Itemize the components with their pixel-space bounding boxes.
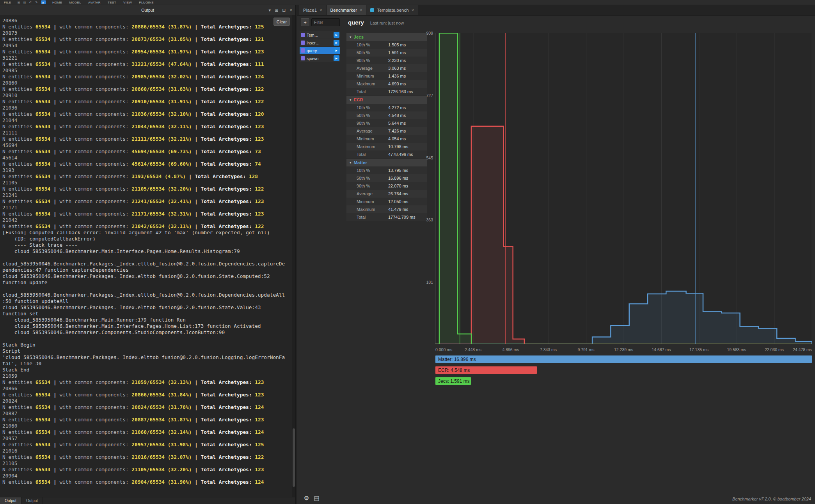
stat-label: Minimum (357, 199, 374, 204)
output-dock-tab[interactable]: Output (0, 497, 21, 504)
benchmark-title: query (348, 19, 364, 26)
add-benchmark-button[interactable]: + (301, 18, 309, 26)
log-line: (ID: computedCallbackError) (2, 236, 292, 242)
menu-bar: FILE ⊞ ⊡ ↶ ↷ ▶ HOMEMODELAVATARTESTVIEWPL… (0, 0, 815, 5)
legend-label: ECR: 4.548 ms (435, 368, 470, 373)
x-axis-label: 7.343 ms (533, 347, 564, 352)
log-line: Stack End (2, 367, 292, 373)
stat-row: Average26.764 ms (346, 190, 427, 198)
x-axis-label: 2.448 ms (458, 347, 489, 352)
stat-value: 4.690 ms (388, 81, 406, 86)
stat-row: 10th %1.505 ms (346, 41, 427, 49)
output-log[interactable]: 20886N entities 65534 | with common comp… (0, 15, 292, 497)
log-line: 21241 (2, 192, 292, 198)
log-line: cloud_5853950046.Benchmarker.Main.Interf… (2, 323, 292, 329)
benchmark-header: query Last run: just now (348, 19, 404, 26)
stat-value: 10.798 ms (388, 144, 408, 149)
log-line: 20860 (2, 80, 292, 86)
x-axis-label: 12.239 ms (608, 347, 639, 352)
log-line: N entities 65534 | with common component… (2, 149, 292, 155)
scrollbar-thumb[interactable] (293, 428, 295, 487)
play-icon[interactable]: ▶ (41, 0, 46, 4)
run-benchmark-button[interactable]: ▶ (334, 55, 339, 61)
log-line: N entities 65534 | with common component… (2, 198, 292, 205)
stat-value: 17741.709 ms (388, 215, 415, 219)
menu-home[interactable]: HOME (52, 1, 62, 4)
tab-label: Place1 (303, 8, 317, 12)
log-line: 3193 (2, 167, 292, 173)
undo-icon[interactable]: ↶ (29, 1, 32, 4)
log-line: N entities 65534 | with common component… (2, 429, 292, 435)
stat-row: Minimum4.054 ms (346, 135, 427, 143)
stat-value: 13.795 ms (388, 168, 408, 173)
tab-place1[interactable]: Place1× (299, 5, 327, 15)
tab-benchmarker[interactable]: Benchmarker× (327, 5, 367, 15)
log-line: 20887 (2, 410, 292, 417)
benchmark-item[interactable]: inser…▶ (300, 39, 340, 46)
run-benchmark-button[interactable]: ▶ (334, 32, 339, 38)
stat-label: 90th % (357, 121, 370, 126)
log-line: [Fusion] Computed callback error: invali… (2, 230, 292, 236)
close-icon[interactable]: × (290, 8, 292, 12)
bench-file-icon (370, 8, 374, 12)
stat-label: 90th % (357, 58, 370, 63)
new-file-icon[interactable]: ⊞ (18, 1, 20, 4)
benchmark-item[interactable]: Tem…▶ (300, 31, 340, 39)
filter-input[interactable] (311, 18, 340, 26)
legend-bar-ecr: ECR: 4.548 ms (435, 366, 537, 374)
output-dock-tab[interactable]: Output (21, 497, 43, 504)
menu-plugins[interactable]: PLUGINS (139, 1, 154, 4)
benchmark-footer-icons: ⚙ ▤ (304, 495, 320, 502)
docs-icon[interactable]: ▤ (314, 495, 319, 502)
stat-value: 4.054 ms (388, 136, 406, 141)
close-icon[interactable]: × (412, 8, 414, 12)
stat-value: 4.548 ms (388, 113, 406, 118)
menu-view[interactable]: VIEW (123, 1, 132, 4)
output-scrollbar[interactable] (292, 15, 295, 497)
save-icon[interactable]: ⊡ (23, 1, 26, 4)
histogram-plot (435, 33, 812, 344)
run-benchmark-button[interactable]: ▶ (334, 48, 339, 53)
menu-file[interactable]: FILE (4, 1, 11, 4)
benchmark-item-label: spawn (307, 56, 332, 61)
y-axis-label: 727 (415, 93, 433, 98)
benchmark-item[interactable]: spawn▶ (300, 55, 340, 62)
log-line: cloud_5853950046.Benchmarker.Main.Interf… (2, 248, 292, 255)
play-icon: ▶ (336, 34, 337, 36)
clear-button[interactable]: Clear (273, 18, 290, 26)
menu-test[interactable]: TEST (108, 1, 116, 4)
stat-label: Maximum (357, 144, 375, 149)
log-line: 20904 (2, 473, 292, 479)
gear-icon[interactable]: ⚙ (304, 495, 309, 502)
dock-options-icon[interactable]: ⊞ (275, 8, 278, 13)
stat-row: 50th %16.896 ms (346, 174, 427, 182)
chevron-down-icon[interactable]: ▾ (269, 8, 271, 13)
tab-template-bench[interactable]: Template.bench× (366, 5, 418, 15)
float-window-icon[interactable]: ⊡ (282, 8, 286, 13)
benchmark-item[interactable]: query▶ (300, 47, 340, 54)
play-icon: ▶ (336, 49, 337, 52)
x-axis-label: 24.478 ms (782, 347, 812, 352)
chevron-down-icon: ▾ (350, 35, 352, 39)
log-line: 20910 (2, 92, 292, 99)
x-axis-label: 9.791 ms (570, 347, 602, 352)
stats-panel: ▾Jecs10th %1.505 ms50th %1.591 ms90th %2… (346, 33, 427, 221)
stat-row: 90th %22.070 ms (346, 182, 427, 190)
close-icon[interactable]: × (320, 8, 322, 12)
redo-icon[interactable]: ↷ (35, 1, 38, 4)
output-panel-header[interactable]: Output ▾ ⊞ ⊡ × (0, 5, 295, 15)
run-benchmark-button[interactable]: ▶ (334, 40, 339, 46)
output-header-icons: ▾ ⊞ ⊡ × (269, 5, 292, 15)
stat-label: Minimum (357, 136, 374, 141)
close-icon[interactable]: × (360, 8, 362, 12)
benchmark-file-icon (301, 41, 305, 45)
menu-model[interactable]: MODEL (69, 1, 81, 4)
x-axis-label: 4.896 ms (495, 347, 526, 352)
benchmarker-panel: Place1×Benchmarker×Template.bench× + Tem… (297, 5, 815, 504)
benchmark-file-icon (301, 56, 305, 60)
log-line: cloud_5853950046.Benchmarker.Main.Runner… (2, 317, 292, 323)
menu-avatar[interactable]: AVATAR (88, 1, 101, 4)
stat-value: 1.505 ms (388, 42, 406, 47)
log-line: N entities 65534 | with common component… (2, 173, 292, 180)
stat-label: Maximum (357, 81, 375, 86)
